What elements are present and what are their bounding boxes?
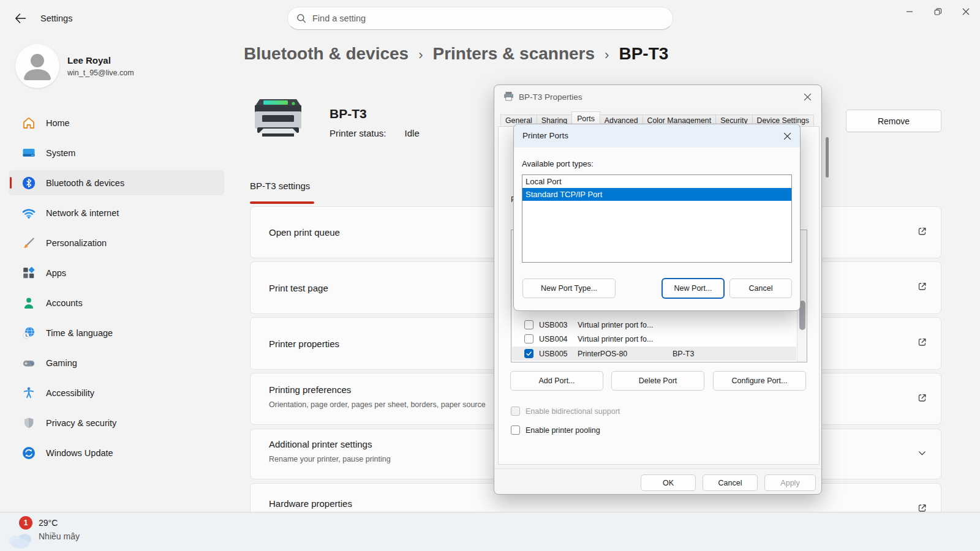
personalization-icon — [21, 235, 36, 250]
sidebar-item-label: Accessibility — [46, 388, 94, 398]
search-icon — [296, 13, 306, 23]
sidebar-item-gaming[interactable]: Gaming — [9, 350, 224, 375]
external-link-icon — [917, 282, 927, 294]
content-scrollbar-thumb[interactable] — [826, 137, 829, 178]
sidebar-item-system[interactable]: System — [9, 140, 224, 165]
port-type-standard-tcpip[interactable]: Standard TCP/IP Port — [522, 188, 791, 201]
sidebar-item-label: Network & internet — [46, 208, 119, 218]
port-row-usb003[interactable]: USB003 Virtual printer port fo... — [512, 318, 796, 332]
printer-name: BP-T3 — [330, 107, 367, 121]
dialog-close-icon[interactable] — [778, 128, 796, 144]
external-link-icon — [917, 392, 927, 405]
avatar[interactable] — [15, 44, 59, 88]
add-port-button[interactable]: Add Port... — [510, 371, 603, 391]
shield-icon — [21, 415, 36, 430]
sidebar-item-time-language[interactable]: Time & language — [9, 320, 224, 345]
home-icon — [21, 115, 36, 130]
sidebar-item-label: Home — [46, 118, 70, 128]
sidebar-item-label: System — [46, 148, 75, 158]
user-name: Lee Royal — [67, 55, 111, 66]
gaming-icon — [21, 355, 36, 370]
back-button[interactable] — [10, 9, 31, 28]
external-link-icon — [917, 226, 927, 239]
search-input[interactable] — [312, 13, 643, 23]
configure-port-button[interactable]: Configure Port... — [713, 371, 806, 391]
printer-status: Printer status: Idle — [330, 128, 420, 138]
port-checkbox-unchecked[interactable] — [524, 320, 533, 329]
checkbox-unchecked[interactable] — [511, 425, 520, 435]
remove-button[interactable]: Remove — [846, 110, 941, 132]
sidebar-item-network-internet[interactable]: Network & internet — [9, 200, 224, 225]
sidebar-item-label: Apps — [46, 268, 66, 278]
sidebar-item-personalization[interactable]: Personalization — [9, 230, 224, 255]
external-link-icon — [917, 337, 927, 350]
dialog-close-icon[interactable] — [798, 89, 816, 105]
apps-icon — [21, 265, 36, 280]
printer-status-label: Printer status: — [330, 128, 386, 138]
new-port-button[interactable]: New Port... — [662, 279, 724, 298]
windows-update-icon — [21, 445, 36, 460]
ports-dialog-title: Printer Ports — [522, 131, 568, 140]
port-checkbox-checked[interactable] — [524, 349, 533, 358]
sidebar-item-label: Windows Update — [46, 448, 113, 458]
person-icon — [15, 44, 59, 88]
enable-bidirectional-checkbox: Enable bidirectional support — [511, 407, 620, 416]
sidebar-item-accessibility[interactable]: Accessibility — [9, 380, 224, 405]
enable-printer-pooling-checkbox[interactable]: Enable printer pooling — [511, 425, 600, 435]
breadcrumb-bluetooth-devices[interactable]: Bluetooth & devices — [244, 44, 409, 64]
new-port-type-button[interactable]: New Port Type... — [522, 279, 616, 298]
dialog-footer-divider — [494, 468, 821, 469]
dialog-title: BP-T3 Properties — [519, 92, 582, 102]
restore-button[interactable] — [924, 0, 952, 23]
section-title[interactable]: BP-T3 settings — [250, 181, 310, 191]
sidebar-item-label: Privacy & security — [46, 418, 116, 428]
section-active-underline — [250, 201, 314, 204]
checkbox-unchecked — [511, 407, 520, 416]
sidebar-item-accounts[interactable]: Accounts — [9, 290, 224, 315]
printer-ports-dialog: Printer Ports Available port types: Loca… — [513, 124, 801, 311]
sidebar-item-label: Time & language — [46, 328, 113, 338]
network-icon — [21, 205, 36, 220]
search-box[interactable] — [287, 7, 673, 30]
desktop: Settings Lee Royal win_t_95@live.com Hom… — [0, 0, 980, 551]
cancel-button[interactable]: Cancel — [703, 474, 758, 491]
close-button[interactable] — [952, 0, 980, 23]
breadcrumb-separator: › — [418, 45, 423, 63]
breadcrumb-separator: › — [605, 45, 609, 63]
sidebar-item-privacy-security[interactable]: Privacy & security — [9, 410, 224, 435]
chevron-down-icon[interactable] — [917, 448, 927, 460]
sidebar-item-label: Personalization — [46, 238, 107, 248]
printer-status-value: Idle — [405, 128, 420, 138]
port-checkbox-unchecked[interactable] — [524, 334, 533, 343]
minimize-button[interactable] — [895, 0, 924, 23]
window-controls — [895, 0, 980, 23]
port-row-usb004[interactable]: USB004 Virtual printer port fo... — [512, 332, 796, 346]
back-arrow-icon — [13, 12, 27, 25]
sidebar-item-home[interactable]: Home — [9, 110, 224, 135]
breadcrumb: Bluetooth & devices › Printers & scanner… — [244, 44, 668, 64]
ports-cancel-button[interactable]: Cancel — [729, 279, 792, 298]
port-types-listbox[interactable]: Local Port Standard TCP/IP Port — [522, 174, 792, 263]
delete-port-button[interactable]: Delete Port — [611, 371, 704, 391]
bluetooth-icon — [21, 175, 36, 190]
printer-icon — [250, 93, 306, 143]
weather-temperature: 29°C — [39, 518, 58, 528]
breadcrumb-printers-scanners[interactable]: Printers & scanners — [433, 44, 595, 64]
port-row-usb005[interactable]: USB005 PrinterPOS-80 BP-T3 — [512, 347, 796, 361]
sidebar-item-apps[interactable]: Apps — [9, 260, 224, 285]
accessibility-icon — [21, 385, 36, 400]
ok-button[interactable]: OK — [641, 474, 696, 491]
accounts-icon — [21, 295, 36, 310]
sidebar-item-windows-update[interactable]: Windows Update — [9, 440, 224, 465]
printer-small-icon — [503, 91, 514, 104]
user-email: win_t_95@live.com — [67, 69, 134, 77]
window-title: Settings — [40, 13, 72, 23]
taskbar: 1 29°C Nhiều mây Ae Ai Ps Pr T >_ ⚙ — [0, 512, 980, 551]
port-type-local-port[interactable]: Local Port — [522, 175, 791, 188]
sidebar-item-label: Gaming — [46, 358, 77, 368]
sidebar-item-label: Bluetooth & devices — [46, 178, 124, 188]
weather-widget[interactable]: 1 29°C Nhiều mây — [6, 521, 129, 550]
sidebar-item-bluetooth-devices[interactable]: Bluetooth & devices — [9, 170, 224, 195]
available-port-types-label: Available port types: — [522, 159, 594, 168]
cloud-icon — [6, 527, 36, 549]
